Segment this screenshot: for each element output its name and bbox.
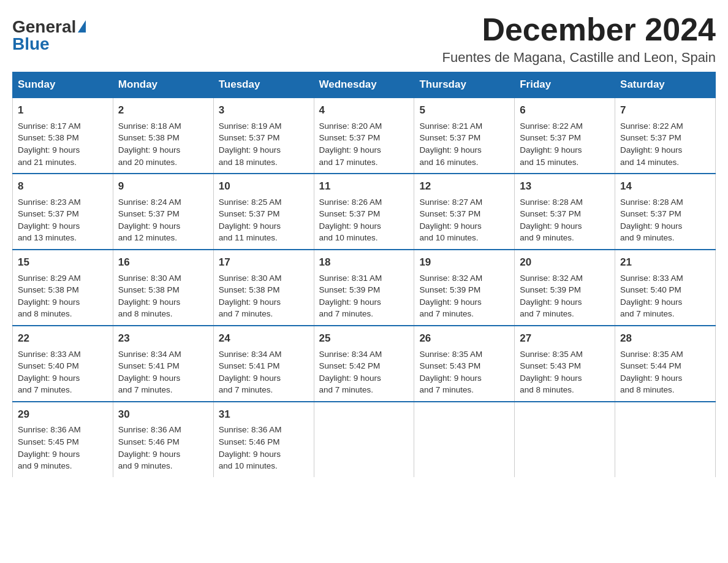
day-info: Sunrise: 8:27 AMSunset: 5:37 PMDaylight:… bbox=[419, 197, 482, 243]
column-header-saturday: Saturday bbox=[615, 72, 716, 98]
column-header-thursday: Thursday bbox=[414, 72, 515, 98]
day-number: 1 bbox=[18, 103, 108, 118]
calendar-cell: 21Sunrise: 8:33 AMSunset: 5:40 PMDayligh… bbox=[615, 250, 716, 326]
calendar-cell: 4Sunrise: 8:20 AMSunset: 5:37 PMDaylight… bbox=[314, 98, 414, 174]
title-area: December 2024 Fuentes de Magana, Castill… bbox=[442, 12, 716, 66]
day-info: Sunrise: 8:36 AMSunset: 5:45 PMDaylight:… bbox=[18, 425, 81, 470]
calendar-cell: 27Sunrise: 8:35 AMSunset: 5:43 PMDayligh… bbox=[515, 326, 615, 402]
column-header-friday: Friday bbox=[515, 72, 615, 98]
day-info: Sunrise: 8:32 AMSunset: 5:39 PMDaylight:… bbox=[520, 274, 583, 319]
day-number: 25 bbox=[319, 331, 409, 347]
day-info: Sunrise: 8:35 AMSunset: 5:43 PMDaylight:… bbox=[520, 350, 583, 395]
day-info: Sunrise: 8:35 AMSunset: 5:44 PMDaylight:… bbox=[620, 350, 683, 395]
day-info: Sunrise: 8:28 AMSunset: 5:37 PMDaylight:… bbox=[520, 197, 583, 243]
calendar-cell: 19Sunrise: 8:32 AMSunset: 5:39 PMDayligh… bbox=[414, 250, 515, 326]
day-number: 7 bbox=[620, 103, 710, 118]
day-number: 11 bbox=[319, 179, 409, 194]
calendar-cell: 2Sunrise: 8:18 AMSunset: 5:38 PMDaylight… bbox=[113, 98, 213, 174]
day-number: 21 bbox=[620, 255, 710, 270]
calendar-cell: 17Sunrise: 8:30 AMSunset: 5:38 PMDayligh… bbox=[213, 250, 314, 326]
column-header-sunday: Sunday bbox=[13, 72, 113, 98]
day-info: Sunrise: 8:17 AMSunset: 5:38 PMDaylight:… bbox=[18, 121, 81, 167]
day-info: Sunrise: 8:23 AMSunset: 5:37 PMDaylight:… bbox=[18, 197, 81, 243]
calendar-cell: 29Sunrise: 8:36 AMSunset: 5:45 PMDayligh… bbox=[13, 402, 113, 477]
day-number: 27 bbox=[520, 331, 610, 347]
calendar-week-5: 29Sunrise: 8:36 AMSunset: 5:45 PMDayligh… bbox=[13, 402, 716, 477]
calendar-cell bbox=[615, 402, 716, 477]
day-number: 15 bbox=[18, 255, 108, 270]
day-info: Sunrise: 8:35 AMSunset: 5:43 PMDaylight:… bbox=[419, 350, 482, 395]
location-subtitle: Fuentes de Magana, Castille and Leon, Sp… bbox=[442, 50, 716, 66]
calendar-cell: 3Sunrise: 8:19 AMSunset: 5:37 PMDaylight… bbox=[213, 98, 314, 174]
day-info: Sunrise: 8:32 AMSunset: 5:39 PMDaylight:… bbox=[419, 274, 482, 319]
day-info: Sunrise: 8:30 AMSunset: 5:38 PMDaylight:… bbox=[219, 274, 282, 319]
day-number: 2 bbox=[118, 103, 208, 118]
logo-triangle-icon bbox=[78, 20, 86, 33]
day-number: 22 bbox=[18, 331, 108, 347]
calendar-cell: 20Sunrise: 8:32 AMSunset: 5:39 PMDayligh… bbox=[515, 250, 615, 326]
day-number: 14 bbox=[620, 179, 710, 194]
calendar-cell: 6Sunrise: 8:22 AMSunset: 5:37 PMDaylight… bbox=[515, 98, 615, 174]
day-number: 3 bbox=[219, 103, 309, 118]
day-number: 23 bbox=[118, 331, 208, 347]
calendar-cell: 12Sunrise: 8:27 AMSunset: 5:37 PMDayligh… bbox=[414, 174, 515, 250]
logo-general: General bbox=[12, 18, 76, 36]
day-number: 30 bbox=[118, 407, 208, 423]
calendar-cell: 9Sunrise: 8:24 AMSunset: 5:37 PMDaylight… bbox=[113, 174, 213, 250]
day-info: Sunrise: 8:34 AMSunset: 5:41 PMDaylight:… bbox=[118, 350, 181, 395]
column-header-wednesday: Wednesday bbox=[314, 72, 414, 98]
calendar-cell: 10Sunrise: 8:25 AMSunset: 5:37 PMDayligh… bbox=[213, 174, 314, 250]
day-info: Sunrise: 8:25 AMSunset: 5:37 PMDaylight:… bbox=[219, 197, 282, 243]
column-header-tuesday: Tuesday bbox=[213, 72, 314, 98]
day-info: Sunrise: 8:34 AMSunset: 5:42 PMDaylight:… bbox=[319, 350, 382, 395]
column-header-monday: Monday bbox=[113, 72, 213, 98]
day-number: 28 bbox=[620, 331, 710, 347]
day-number: 16 bbox=[118, 255, 208, 270]
day-info: Sunrise: 8:34 AMSunset: 5:41 PMDaylight:… bbox=[219, 350, 282, 395]
day-number: 13 bbox=[520, 179, 610, 194]
calendar-cell: 28Sunrise: 8:35 AMSunset: 5:44 PMDayligh… bbox=[615, 326, 716, 402]
page-header: General Blue December 2024 Fuentes de Ma… bbox=[12, 12, 716, 66]
day-number: 24 bbox=[219, 331, 309, 347]
day-number: 20 bbox=[520, 255, 610, 270]
calendar-cell: 23Sunrise: 8:34 AMSunset: 5:41 PMDayligh… bbox=[113, 326, 213, 402]
calendar-header-row: SundayMondayTuesdayWednesdayThursdayFrid… bbox=[13, 72, 716, 98]
day-number: 6 bbox=[520, 103, 610, 118]
day-number: 17 bbox=[219, 255, 309, 270]
day-number: 8 bbox=[18, 179, 108, 194]
day-number: 10 bbox=[219, 179, 309, 194]
day-info: Sunrise: 8:18 AMSunset: 5:38 PMDaylight:… bbox=[118, 121, 181, 167]
day-info: Sunrise: 8:36 AMSunset: 5:46 PMDaylight:… bbox=[219, 425, 282, 470]
calendar-week-1: 1Sunrise: 8:17 AMSunset: 5:38 PMDaylight… bbox=[13, 98, 716, 174]
calendar-cell: 1Sunrise: 8:17 AMSunset: 5:38 PMDaylight… bbox=[13, 98, 113, 174]
day-info: Sunrise: 8:33 AMSunset: 5:40 PMDaylight:… bbox=[18, 350, 81, 395]
calendar-week-2: 8Sunrise: 8:23 AMSunset: 5:37 PMDaylight… bbox=[13, 174, 716, 250]
day-info: Sunrise: 8:26 AMSunset: 5:37 PMDaylight:… bbox=[319, 197, 382, 243]
day-info: Sunrise: 8:22 AMSunset: 5:37 PMDaylight:… bbox=[520, 121, 583, 167]
calendar-cell: 7Sunrise: 8:22 AMSunset: 5:37 PMDaylight… bbox=[615, 98, 716, 174]
calendar-cell: 13Sunrise: 8:28 AMSunset: 5:37 PMDayligh… bbox=[515, 174, 615, 250]
day-info: Sunrise: 8:29 AMSunset: 5:38 PMDaylight:… bbox=[18, 274, 81, 319]
day-number: 18 bbox=[319, 255, 409, 270]
calendar-table: SundayMondayTuesdayWednesdayThursdayFrid… bbox=[12, 72, 716, 477]
day-info: Sunrise: 8:21 AMSunset: 5:37 PMDaylight:… bbox=[419, 121, 482, 167]
calendar-cell: 18Sunrise: 8:31 AMSunset: 5:39 PMDayligh… bbox=[314, 250, 414, 326]
day-number: 26 bbox=[419, 331, 509, 347]
calendar-cell bbox=[515, 402, 615, 477]
day-number: 4 bbox=[319, 103, 409, 118]
day-number: 9 bbox=[118, 179, 208, 194]
day-number: 19 bbox=[419, 255, 509, 270]
day-info: Sunrise: 8:20 AMSunset: 5:37 PMDaylight:… bbox=[319, 121, 382, 167]
day-info: Sunrise: 8:24 AMSunset: 5:37 PMDaylight:… bbox=[118, 197, 181, 243]
calendar-cell: 22Sunrise: 8:33 AMSunset: 5:40 PMDayligh… bbox=[13, 326, 113, 402]
calendar-cell bbox=[314, 402, 414, 477]
calendar-cell: 24Sunrise: 8:34 AMSunset: 5:41 PMDayligh… bbox=[213, 326, 314, 402]
calendar-body: 1Sunrise: 8:17 AMSunset: 5:38 PMDaylight… bbox=[13, 98, 716, 477]
day-number: 12 bbox=[419, 179, 509, 194]
day-info: Sunrise: 8:30 AMSunset: 5:38 PMDaylight:… bbox=[118, 274, 181, 319]
day-info: Sunrise: 8:22 AMSunset: 5:37 PMDaylight:… bbox=[620, 121, 683, 167]
day-info: Sunrise: 8:33 AMSunset: 5:40 PMDaylight:… bbox=[620, 274, 683, 319]
calendar-cell: 15Sunrise: 8:29 AMSunset: 5:38 PMDayligh… bbox=[13, 250, 113, 326]
day-info: Sunrise: 8:28 AMSunset: 5:37 PMDaylight:… bbox=[620, 197, 683, 243]
calendar-cell: 11Sunrise: 8:26 AMSunset: 5:37 PMDayligh… bbox=[314, 174, 414, 250]
